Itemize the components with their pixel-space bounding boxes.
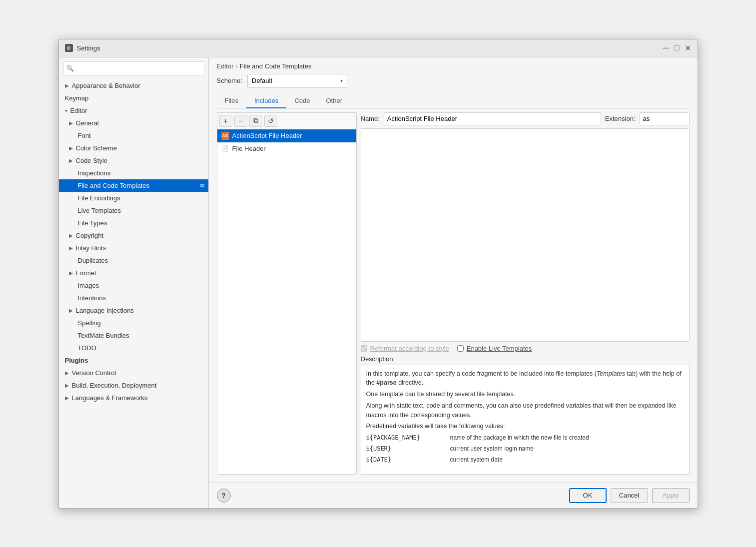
variable-row: ${PACKAGE_NAME}name of the package in wh… <box>366 433 684 442</box>
sidebar-item-file-encodings[interactable]: File Encodings⧉ <box>59 192 208 204</box>
sidebar-item-file-code-templates[interactable]: File and Code Templates⧉ <box>59 179 208 192</box>
tab-other[interactable]: Other <box>318 94 350 108</box>
tab-code[interactable]: Code <box>286 94 318 108</box>
sidebar-item-inspections[interactable]: Inspections⧉ <box>59 167 208 179</box>
sidebar-item-language-injections[interactable]: ▶Language Injections⧉ <box>59 304 208 317</box>
sidebar-item-build-execution[interactable]: ▶Build, Execution, Deployment <box>59 379 208 392</box>
scheme-value: Default <box>252 77 272 84</box>
ok-button[interactable]: OK <box>569 488 607 503</box>
description-paragraph: One template can be shared by several fi… <box>366 390 684 399</box>
cancel-button[interactable]: Cancel <box>611 488 648 503</box>
sidebar-item-version-control[interactable]: ▶Version Control⧉ <box>59 367 208 379</box>
sidebar-item-duplicates[interactable]: Duplicates <box>59 254 208 267</box>
breadcrumb: Editor › File and Code Templates <box>209 57 698 74</box>
main-content: Editor › File and Code Templates Scheme:… <box>209 57 698 508</box>
maximize-button[interactable]: □ <box>674 44 681 51</box>
close-button[interactable]: ✕ <box>685 44 692 51</box>
template-item-actionscript[interactable]: ASActionScript File Header <box>217 129 356 142</box>
sidebar-item-label: Images <box>78 282 99 289</box>
scheme-select[interactable]: Default ▾ <box>247 74 347 88</box>
sidebar-item-label: Color Scheme <box>76 144 117 152</box>
search-input[interactable] <box>76 64 201 72</box>
sidebar-item-emmet[interactable]: ▶Emmet <box>59 267 208 279</box>
breadcrumb-current: File and Code Templates <box>240 62 312 70</box>
chevron-icon: ▶ <box>65 383 69 388</box>
reformat-checkbox-row: Reformat according to style <box>361 345 449 352</box>
reset-template-button[interactable]: ↺ <box>264 115 277 127</box>
variable-name: ${USER} <box>366 444 446 453</box>
window-title: Settings <box>77 44 663 52</box>
live-templates-checkbox[interactable] <box>457 345 464 352</box>
sidebar-item-keymap[interactable]: Keymap <box>59 92 208 104</box>
variable-row: ${DATE}current system date <box>366 455 684 464</box>
sidebar-item-general[interactable]: ▶General <box>59 117 208 129</box>
chevron-icon: ▶ <box>69 233 73 238</box>
chevron-icon: ▶ <box>69 158 73 163</box>
sidebar-item-intentions[interactable]: Intentions <box>59 292 208 304</box>
sidebar-item-label: Code Style <box>76 157 108 164</box>
list-toolbar: + − ⧉ ↺ <box>217 113 356 129</box>
sidebar-item-label: Duplicates <box>78 257 108 264</box>
template-item-fileheader[interactable]: 📄File Header <box>217 142 356 155</box>
sidebar-item-appearance[interactable]: ▶Appearance & Behavior <box>59 79 208 92</box>
reformat-label: Reformat according to style <box>370 345 449 352</box>
scheme-label: Scheme: <box>217 77 242 84</box>
live-templates-label: Enable Live Templates <box>467 345 532 352</box>
chevron-icon: ▶ <box>65 370 69 376</box>
search-icon: 🔍 <box>66 65 74 72</box>
template-label: File Header <box>232 145 266 152</box>
chevron-icon: ▶ <box>69 270 73 276</box>
sidebar-item-label: Live Templates <box>78 207 121 214</box>
sidebar-item-images[interactable]: Images <box>59 279 208 292</box>
add-template-button[interactable]: + <box>219 115 232 127</box>
code-editor[interactable] <box>361 129 689 341</box>
help-button[interactable]: ? <box>217 489 231 503</box>
name-input[interactable] <box>384 112 601 125</box>
editor-area <box>361 128 690 342</box>
search-box[interactable]: 🔍 <box>63 61 204 75</box>
apply-button[interactable]: Apply <box>652 488 690 503</box>
sidebar-item-label: Editor <box>70 107 87 114</box>
sidebar-item-textmate-bundles[interactable]: TextMate Bundles <box>59 329 208 342</box>
window-controls: ─ □ ✕ <box>663 44 692 51</box>
sidebar-item-plugins[interactable]: Plugins <box>59 354 208 367</box>
breadcrumb-parent: Editor <box>217 62 234 70</box>
description-section: Description: In this template, you can s… <box>361 355 690 475</box>
variable-description: name of the package in which the new fil… <box>450 433 589 442</box>
sidebar-item-label: Languages & Frameworks <box>72 394 148 402</box>
copy-template-button[interactable]: ⧉ <box>249 115 262 127</box>
sidebar-item-code-style[interactable]: ▶Code Style⧉ <box>59 154 208 167</box>
sidebar-item-label: Inspections <box>78 169 111 177</box>
breadcrumb-separator: › <box>235 62 237 70</box>
sidebar-item-label: Keymap <box>65 94 89 102</box>
settings-window: ⚙ Settings ─ □ ✕ 🔍 ▶Appearance & Behavio… <box>58 39 698 509</box>
sidebar-item-label: Copyright <box>76 232 104 239</box>
template-icon: AS <box>221 132 229 140</box>
sidebar-item-color-scheme[interactable]: ▶Color Scheme <box>59 142 208 154</box>
tab-files[interactable]: Files <box>217 94 246 108</box>
reformat-checkbox[interactable] <box>361 345 367 352</box>
titlebar: ⚙ Settings ─ □ ✕ <box>59 39 698 57</box>
sidebar-item-copyright[interactable]: ▶Copyright⧉ <box>59 229 208 242</box>
sidebar-item-todo[interactable]: TODO <box>59 342 208 354</box>
sidebar-item-label: Plugins <box>65 357 88 364</box>
sidebar-item-spelling[interactable]: Spelling⧉ <box>59 317 208 329</box>
tabs: FilesIncludesCodeOther <box>217 94 690 108</box>
minimize-button[interactable]: ─ <box>663 44 670 51</box>
nav-items: ▶Appearance & BehaviorKeymap▾Editor▶Gene… <box>59 79 208 404</box>
sidebar-item-editor[interactable]: ▾Editor <box>59 104 208 117</box>
sidebar-item-file-types[interactable]: File Types <box>59 217 208 229</box>
ext-input[interactable] <box>640 112 690 125</box>
chevron-icon: ▶ <box>69 120 73 126</box>
sidebar-item-inlay-hints[interactable]: ▶Inlay Hints⧉ <box>59 242 208 254</box>
sidebar-item-live-templates[interactable]: Live Templates <box>59 204 208 217</box>
app-icon: ⚙ <box>65 44 73 52</box>
tab-includes[interactable]: Includes <box>246 94 286 108</box>
variable-name: ${PACKAGE_NAME} <box>366 433 446 442</box>
sidebar-item-font[interactable]: Font <box>59 129 208 142</box>
remove-template-button[interactable]: − <box>234 115 247 127</box>
sidebar-item-label: File Types <box>78 219 107 227</box>
sidebar-item-label: Version Control <box>72 369 116 377</box>
sidebar-item-languages-frameworks[interactable]: ▶Languages & Frameworks <box>59 392 208 404</box>
chevron-icon: ▶ <box>69 245 73 251</box>
